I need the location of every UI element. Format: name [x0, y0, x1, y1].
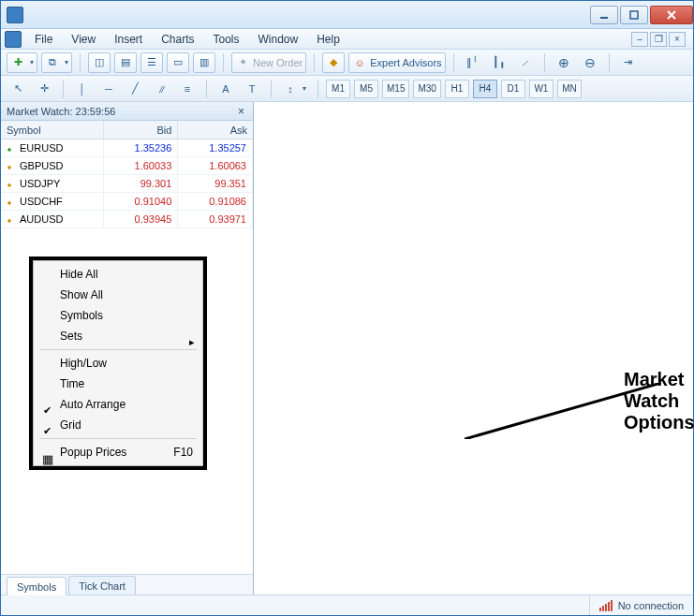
hline-tool[interactable]: ─: [97, 79, 120, 99]
tf-m1[interactable]: M1: [326, 80, 350, 98]
maximize-button[interactable]: [620, 6, 648, 24]
tf-mn[interactable]: MN: [557, 80, 582, 98]
market-watch-row[interactable]: USDJPY99.30199.351: [1, 175, 253, 193]
expert-advisors-button[interactable]: ☺Expert Advisors: [348, 52, 445, 73]
candles-icon: ┃╻: [492, 55, 507, 70]
tick-direction-icon: [7, 179, 16, 188]
mdi-restore-button[interactable]: ❐: [650, 32, 667, 47]
app-icon: [7, 7, 23, 23]
tf-m5[interactable]: M5: [354, 80, 378, 98]
profiles-button[interactable]: ⧉: [41, 52, 72, 73]
text-tool[interactable]: A: [214, 79, 237, 99]
ask-value: 1.60063: [178, 157, 253, 174]
new-order-label: New Order: [253, 57, 303, 68]
trendline-tool[interactable]: ╱: [124, 79, 146, 99]
fibo-tool[interactable]: ≡: [176, 79, 199, 99]
bars-icon: ‖╵: [465, 55, 480, 70]
bid-value: 99.301: [104, 175, 179, 192]
ctx-time[interactable]: Time: [36, 374, 200, 394]
market-watch-tabs: Symbols Tick Chart: [1, 574, 253, 594]
ctx-symbols[interactable]: Symbols: [36, 305, 200, 326]
navigator-toggle[interactable]: ☰: [140, 52, 163, 73]
vline-tool[interactable]: │: [71, 79, 94, 99]
menu-file[interactable]: File: [25, 31, 62, 48]
tf-h1[interactable]: H1: [445, 80, 469, 98]
market-watch-headers: Symbol Bid Ask: [1, 121, 253, 139]
tf-m30[interactable]: M30: [413, 80, 440, 98]
market-watch-row[interactable]: USDCHF0.910400.91086: [1, 193, 253, 211]
tf-m15[interactable]: M15: [382, 80, 409, 98]
symbol-name: USDCHF: [20, 196, 63, 207]
header-bid[interactable]: Bid: [104, 121, 179, 139]
ctx-auto-arrange[interactable]: Auto Arrange: [36, 394, 200, 415]
channel-tool[interactable]: ⫽: [150, 79, 172, 99]
arrows-tool[interactable]: ↕: [279, 79, 310, 99]
zoom-out-icon: [583, 55, 598, 70]
chart-bars-button[interactable]: ‖╵: [462, 52, 484, 73]
cursor-tool[interactable]: ↖: [7, 79, 29, 99]
fibo-icon: ≡: [180, 81, 195, 96]
menu-insert[interactable]: Insert: [105, 31, 152, 48]
metaquotes-button[interactable]: ◆: [322, 52, 345, 73]
market-watch-row[interactable]: EURUSD1.352361.35257: [1, 139, 253, 157]
new-order-icon: ✦: [235, 55, 250, 70]
menu-window[interactable]: Window: [249, 31, 308, 48]
ctx-show-all[interactable]: Show All: [36, 285, 200, 305]
ctx-grid[interactable]: Grid: [36, 415, 200, 435]
market-watch-toggle[interactable]: ◫: [88, 52, 111, 73]
zoom-out-button[interactable]: [579, 52, 601, 73]
new-chart-button[interactable]: ✚: [7, 52, 37, 73]
tab-tick-chart[interactable]: Tick Chart: [68, 576, 136, 594]
header-symbol[interactable]: Symbol: [1, 121, 104, 139]
arrows-icon: ↕: [283, 81, 298, 96]
menu-help[interactable]: Help: [307, 31, 349, 48]
tf-h4[interactable]: H4: [473, 80, 497, 98]
metaquotes-icon: ◆: [326, 55, 341, 70]
app-menu-icon[interactable]: [5, 31, 22, 48]
ctx-sets[interactable]: Sets: [36, 326, 200, 346]
chart-line-button[interactable]: ⟋: [514, 52, 537, 73]
terminal-toggle[interactable]: ▭: [167, 52, 189, 73]
zoom-in-button[interactable]: [553, 52, 575, 73]
chart-area[interactable]: Market Watch Options: [254, 102, 693, 594]
app-window: File View Insert Charts Tools Window Hel…: [0, 0, 694, 616]
connection-text: No connection: [618, 600, 684, 611]
zoom-in-icon: [556, 55, 571, 70]
ctx-popup-prices[interactable]: Popup PricesF10: [36, 442, 200, 462]
ctx-hide-all[interactable]: Hide All: [36, 264, 200, 285]
data-window-toggle[interactable]: ▤: [114, 52, 137, 73]
tick-direction-icon: [7, 214, 16, 224]
expert-advisors-icon: ☺: [352, 55, 367, 70]
minimize-button[interactable]: [590, 6, 618, 24]
symbol-name: USDJPY: [20, 178, 60, 189]
mdi-close-button[interactable]: ×: [669, 32, 686, 47]
mdi-minimize-button[interactable]: –: [631, 32, 648, 47]
tf-d1[interactable]: D1: [501, 80, 525, 98]
strategy-tester-toggle[interactable]: ▥: [193, 52, 215, 73]
tick-direction-icon: [7, 197, 16, 206]
market-watch-row[interactable]: AUDUSD0.939450.93971: [1, 211, 253, 228]
new-order-button[interactable]: ✦New Order: [231, 52, 306, 73]
chart-candles-button[interactable]: ┃╻: [488, 52, 510, 73]
close-button[interactable]: [650, 6, 693, 24]
tick-direction-icon: [7, 161, 16, 170]
market-watch-panel: Market Watch: 23:59:56 × Symbol Bid Ask …: [1, 102, 254, 594]
header-ask[interactable]: Ask: [178, 121, 253, 139]
market-watch-close-button[interactable]: ×: [235, 105, 247, 118]
auto-scroll-button[interactable]: ⇥: [617, 52, 640, 73]
hline-icon: ─: [101, 81, 116, 96]
market-watch-body[interactable]: EURUSD1.352361.35257GBPUSD1.600331.60063…: [1, 139, 253, 574]
menu-charts[interactable]: Charts: [152, 31, 203, 48]
crosshair-tool[interactable]: ✛: [33, 79, 55, 99]
trendline-icon: ╱: [127, 81, 142, 96]
text-label-tool[interactable]: T: [241, 79, 263, 99]
menu-view[interactable]: View: [62, 31, 105, 48]
menu-tools[interactable]: Tools: [204, 31, 249, 48]
statusbar: No connection: [1, 594, 693, 615]
market-watch-row[interactable]: GBPUSD1.600331.60063: [1, 157, 253, 175]
ctx-high-low[interactable]: High/Low: [36, 353, 200, 374]
tf-w1[interactable]: W1: [529, 80, 554, 98]
toolbar-main: ✚ ⧉ ◫ ▤ ☰ ▭ ▥ ✦New Order ◆ ☺Expert Advis…: [1, 50, 693, 76]
tab-symbols[interactable]: Symbols: [7, 577, 66, 595]
bid-value: 1.60033: [104, 157, 179, 174]
